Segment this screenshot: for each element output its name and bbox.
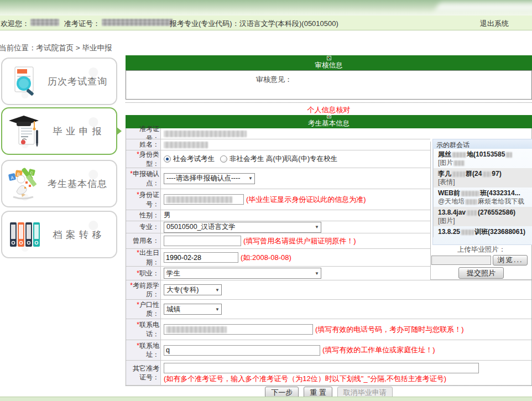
breadcrumb-current: 毕业申报	[82, 44, 112, 52]
qq-chat-item[interactable]: 李几群(2497)[表情]	[433, 168, 532, 188]
dotted-divider	[126, 102, 532, 103]
address-note: (填写有效的工作单位或家庭住址！)	[322, 345, 435, 355]
radio-label-non-social: 非社会考生 高(中)职高(中)专在校生	[230, 154, 337, 164]
row-birth-date: *出生日期： (如:2008-08-08)	[126, 249, 430, 267]
row-gender: 性别： 男	[126, 210, 430, 221]
field-label: 身份类型：	[139, 150, 159, 167]
top-banner	[0, 0, 532, 15]
other-ticket-numbers-input[interactable]	[164, 363, 479, 373]
prior-education-selected-value: 大专(专科)	[166, 285, 199, 295]
file-upload-row: 浏览...	[431, 255, 531, 265]
chevron-down-icon: ▼	[315, 225, 319, 230]
breadcrumb-prefix: 当前位置：	[0, 44, 36, 52]
row-household-type: *户口性质： 城镇 ▼	[126, 300, 531, 319]
radio-social-candidate[interactable]	[164, 155, 171, 163]
logout-link[interactable]: 退出系统	[480, 19, 509, 29]
occupation-selected-value: 学生	[166, 269, 180, 278]
qq-chat-overlay: 示的群会话 屌丝地(10153585[图片李几群(2497)[表情]WEB前班(…	[432, 139, 532, 245]
user-name-redacted	[30, 19, 59, 26]
field-label: 性别：	[139, 211, 159, 220]
review-opinion-label: 审核意见：	[256, 75, 292, 85]
row-name: 姓名：	[126, 139, 430, 150]
qq-chat-item[interactable]: 屌丝地(10153585[图片	[433, 149, 532, 168]
major-selected-value: 05010500_汉语言文学	[166, 222, 236, 232]
qq-chat-item[interactable]: 13.8.25训班(323688061)	[433, 226, 532, 237]
chevron-down-icon: ▼	[215, 288, 220, 293]
row-address: *联系地址： (填写有效的工作单位或家庭住址！)	[126, 340, 531, 361]
household-type-select[interactable]: 城镇 ▼	[164, 304, 222, 315]
name-value-redacted	[164, 142, 208, 148]
phone-value-redacted	[166, 326, 227, 333]
field-label: 户口性质：	[139, 301, 159, 317]
submit-photo-button[interactable]: 提交照片	[458, 267, 504, 279]
birth-date-note: (如:2008-08-08)	[241, 253, 291, 263]
occupation-select[interactable]: 学生 ▼	[164, 268, 321, 279]
field-label: 身份证号：	[139, 191, 159, 207]
binders-icon	[6, 217, 42, 252]
sidebar-item-candidate-info[interactable]: A B C 考生基本信息	[1, 160, 117, 207]
confirm-point-selected-value: ----请选择申报确认点----	[166, 174, 240, 183]
id-number-value-redacted	[166, 196, 232, 203]
sidebar-item-label: 历次考试查询	[42, 75, 113, 88]
qq-chat-item[interactable]: 13.8.4jav(276552586)[图片]	[433, 207, 532, 226]
sidebar-item-exam-history[interactable]: 历次考试查询	[1, 58, 117, 105]
breadcrumb-home-link[interactable]: 考试院首页	[36, 44, 74, 52]
row-confirm-point: *申报确认点： ----请选择申报确认点---- ▼	[126, 168, 430, 189]
row-id-number: *身份证号： (毕业生证显示身份证以此的信息为准)	[126, 189, 430, 210]
document-search-icon	[6, 64, 42, 99]
field-label: 出生日期：	[139, 249, 159, 265]
personal-info-check-title: 个人信息核对	[126, 105, 532, 115]
qq-chat-item[interactable]: WEB前班(4332314...@天地培麻烦老给我下载	[433, 188, 532, 207]
review-opinion-box: 审核意见：	[126, 70, 532, 100]
welcome-label: 欢迎您：	[1, 19, 29, 29]
active-item-arrow	[116, 127, 122, 136]
chevron-down-icon: ▼	[215, 307, 220, 312]
confirm-point-select[interactable]: ----请选择申报确认点---- ▼	[164, 173, 255, 184]
field-label: 姓名：	[139, 140, 159, 149]
row-major: 专业： 05010500_汉语言文学 ▼	[126, 221, 430, 233]
dotted-divider	[126, 386, 532, 386]
major-text: 报考专业(专业代码)：汉语言文学(本科段)(05010500)	[170, 19, 338, 29]
qq-chat-header: 示的群会话	[433, 139, 532, 149]
breadcrumb-separator: >	[74, 44, 82, 52]
phone-note: (填写有效的电话号码，考办可随时与您联系！)	[315, 325, 464, 335]
form-rows: 准考证号： 姓名： *身份类型： 社会考试考生 非社会考生 高(中)职高(中)专…	[126, 128, 532, 386]
row-prior-education: *考前原学历： 大专(专科) ▼	[126, 280, 531, 300]
broken-image-icon	[327, 56, 331, 60]
qq-chat-list: 屌丝地(10153585[图片李几群(2497)[表情]WEB前班(433231…	[433, 149, 532, 237]
major-select[interactable]: 05010500_汉语言文学 ▼	[164, 222, 321, 233]
field-label: 曾用名：	[133, 236, 159, 245]
photo-upload-cell: 示的群会话 屌丝地(10153585[图片李几群(2497)[表情]WEB前班(…	[430, 142, 531, 280]
sidebar-item-label: 档 案 转 移	[42, 228, 113, 241]
address-input[interactable]	[164, 345, 320, 356]
file-path-input[interactable]	[431, 256, 491, 265]
review-section-title: 审核信息	[315, 61, 343, 70]
household-type-selected-value: 城镇	[166, 305, 180, 314]
blurred-overlay-artifact	[435, 3, 532, 12]
prior-education-select[interactable]: 大专(专科) ▼	[164, 284, 222, 295]
review-section-header: 审核信息	[126, 55, 532, 70]
id-number-input[interactable]	[164, 194, 244, 205]
candidate-info-table: 考生基本信息 准考证号： 姓名： *身份类型： 社会考试考生 非社会考生 高(中…	[126, 115, 532, 386]
birth-date-input[interactable]	[164, 252, 238, 263]
field-label: 联系电话：	[139, 321, 159, 337]
browse-button[interactable]: 浏览...	[493, 255, 528, 265]
sidebar-item-graduation-apply[interactable]: 毕 业 申 报	[1, 107, 117, 155]
sidebar-item-label: 考生基本信息	[42, 178, 113, 190]
radio-label-social: 社会考试考生	[173, 154, 215, 164]
upload-photo-label: 上传毕业照片：	[431, 245, 532, 254]
field-label: 职业：	[139, 269, 159, 277]
other-ticket-numbers-note: (如有多个准考证号，输入多个准考证号（为12位）时以下划线"_"分隔,不包括主准…	[164, 374, 446, 384]
chevron-down-icon: ▼	[248, 176, 253, 181]
phone-input[interactable]	[164, 324, 313, 335]
ticket-number-redacted	[102, 19, 173, 26]
student-pencil-icon: A B C	[6, 166, 42, 201]
footer-bar	[0, 397, 532, 401]
former-name-input[interactable]	[164, 236, 241, 246]
sidebar-item-archive-transfer[interactable]: 档 案 转 移	[1, 211, 117, 258]
form-section-header: 考生基本信息	[126, 115, 532, 128]
ticket-label: 准考证号：	[64, 19, 100, 29]
row-former-name: 曾用名： (填写曾用名请提供户籍证明原件！)	[126, 233, 430, 249]
radio-non-social-candidate[interactable]	[220, 155, 227, 163]
id-number-note: (毕业生证显示身份证以此的信息为准)	[246, 195, 366, 205]
